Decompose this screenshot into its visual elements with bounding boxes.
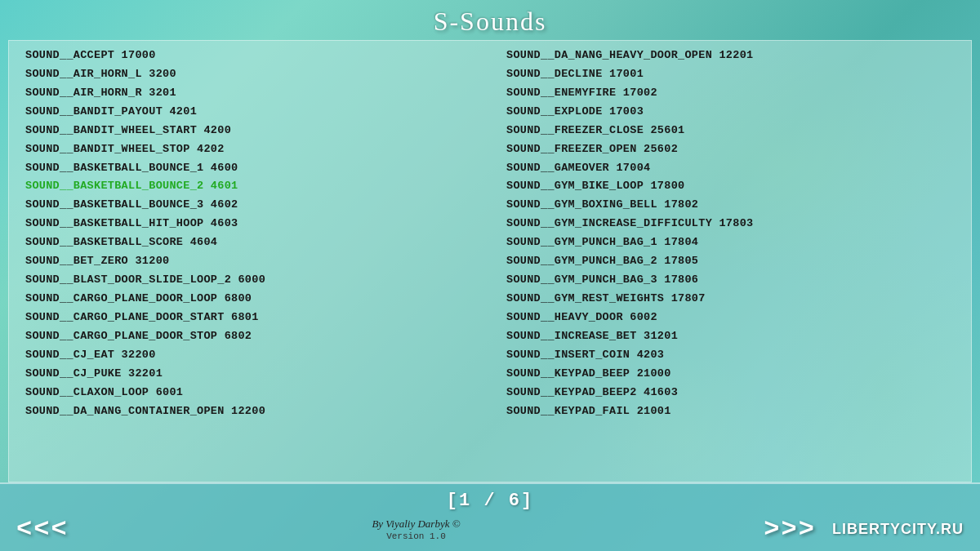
left-column: SOUND__ACCEPT 17000SOUND__AIR_HORN_L 320… <box>9 47 490 475</box>
list-item[interactable]: SOUND__BET_ZERO 31200 <box>25 253 474 270</box>
list-item[interactable]: SOUND__BASKETBALL_BOUNCE_2 4601 <box>25 178 474 195</box>
list-item[interactable]: SOUND__BASKETBALL_HIT_HOOP 4603 <box>25 216 474 233</box>
list-item[interactable]: SOUND__EXPLODE 17003 <box>506 104 955 121</box>
list-item[interactable]: SOUND__AIR_HORN_R 3201 <box>25 85 474 102</box>
list-item[interactable]: SOUND__INCREASE_BET 31201 <box>506 328 955 345</box>
footer-nav: <<< By Viyaliy Darbyk © Version 1.0 >>> … <box>16 514 964 544</box>
pagination: [1 / 6] <box>447 491 533 511</box>
list-item[interactable]: SOUND__GYM_BOXING_BELL 17802 <box>506 197 955 214</box>
list-item[interactable]: SOUND__DECLINE 17001 <box>506 66 955 83</box>
list-item[interactable]: SOUND__CLAXON_LOOP 6001 <box>25 384 474 402</box>
list-item[interactable]: SOUND__KEYPAD_BEEP 21000 <box>506 366 955 383</box>
sound-list: SOUND__ACCEPT 17000SOUND__AIR_HORN_L 320… <box>8 40 972 482</box>
list-item[interactable]: SOUND__GAMEOVER 17004 <box>506 160 955 177</box>
list-item[interactable]: SOUND__GYM_PUNCH_BAG_1 17804 <box>506 234 955 251</box>
prev-button[interactable]: <<< <box>16 514 69 544</box>
list-item[interactable]: SOUND__DA_NANG_HEAVY_DOOR_OPEN 12201 <box>506 47 955 64</box>
list-item[interactable]: SOUND__GYM_PUNCH_BAG_2 17805 <box>506 253 955 270</box>
list-item[interactable]: SOUND__KEYPAD_BEEP2 41603 <box>506 384 955 402</box>
list-item[interactable]: SOUND__CARGO_PLANE_DOOR_LOOP 6800 <box>25 291 474 308</box>
next-button[interactable]: >>> <box>764 514 816 544</box>
list-item[interactable]: SOUND__ACCEPT 17000 <box>25 47 474 64</box>
list-item[interactable]: SOUND__CARGO_PLANE_DOOR_START 6801 <box>25 309 474 327</box>
list-item[interactable]: SOUND__BANDIT_WHEEL_START 4200 <box>25 122 474 140</box>
list-item[interactable]: SOUND__CJ_PUKE 32201 <box>25 366 474 383</box>
list-item[interactable]: SOUND__GYM_INCREASE_DIFFICULTY 17803 <box>506 216 955 233</box>
list-item[interactable]: SOUND__FREEZER_OPEN 25602 <box>506 141 955 158</box>
list-item[interactable]: SOUND__CJ_EAT 32200 <box>25 347 474 364</box>
list-item[interactable]: SOUND__AIR_HORN_L 3200 <box>25 66 474 83</box>
list-item[interactable]: SOUND__BLAST_DOOR_SLIDE_LOOP_2 6000 <box>25 272 474 289</box>
right-column: SOUND__DA_NANG_HEAVY_DOOR_OPEN 12201SOUN… <box>490 47 971 475</box>
list-item[interactable]: SOUND__INSERT_COIN 4203 <box>506 347 955 364</box>
footer-center: By Viyaliy Darbyk © Version 1.0 <box>372 518 460 541</box>
author-text: By Viyaliy Darbyk © <box>372 518 460 531</box>
footer: [1 / 6] <<< By Viyaliy Darbyk © Version … <box>0 482 980 551</box>
list-item[interactable]: SOUND__BANDIT_PAYOUT 4201 <box>25 104 474 121</box>
list-item[interactable]: SOUND__GYM_BIKE_LOOP 17800 <box>506 178 955 195</box>
list-item[interactable]: SOUND__BASKETBALL_BOUNCE_3 4602 <box>25 197 474 214</box>
page-title: S-Sounds <box>0 0 980 40</box>
list-item[interactable]: SOUND__HEAVY_DOOR 6002 <box>506 309 955 327</box>
list-item[interactable]: SOUND__GYM_PUNCH_BAG_3 17806 <box>506 272 955 289</box>
list-item[interactable]: SOUND__GYM_REST_WEIGHTS 17807 <box>506 291 955 308</box>
list-item[interactable]: SOUND__FREEZER_CLOSE 25601 <box>506 122 955 140</box>
version-text: Version 1.0 <box>386 531 446 541</box>
watermark: LIBERTYCITY.RU <box>832 521 964 538</box>
list-item[interactable]: SOUND__BANDIT_WHEEL_STOP 4202 <box>25 141 474 158</box>
list-item[interactable]: SOUND__BASKETBALL_SCORE 4604 <box>25 234 474 251</box>
main-container: S-Sounds SOUND__ACCEPT 17000SOUND__AIR_H… <box>0 0 980 551</box>
list-item[interactable]: SOUND__KEYPAD_FAIL 21001 <box>506 403 955 420</box>
list-item[interactable]: SOUND__CARGO_PLANE_DOOR_STOP 6802 <box>25 328 474 345</box>
list-item[interactable]: SOUND__BASKETBALL_BOUNCE_1 4600 <box>25 160 474 177</box>
list-item[interactable]: SOUND__ENEMYFIRE 17002 <box>506 85 955 102</box>
list-item[interactable]: SOUND__DA_NANG_CONTAINER_OPEN 12200 <box>25 403 474 420</box>
